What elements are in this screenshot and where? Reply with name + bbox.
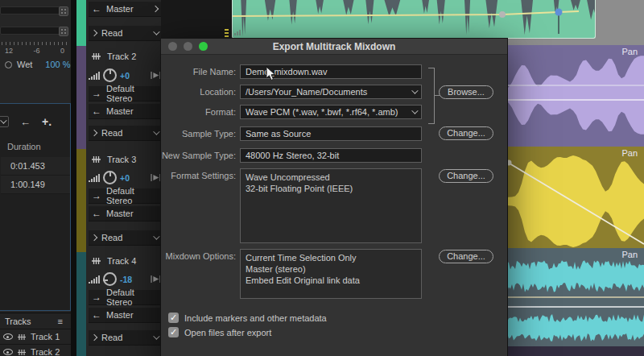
audition-workspace: 12 -6 0 Wet 100 % ← +. Duration 0:01.453…	[0, 0, 644, 356]
chevron-down-icon[interactable]	[153, 233, 159, 239]
automation-mode-selector[interactable]: Read	[89, 230, 161, 246]
pan-meter-icon[interactable]	[151, 71, 161, 80]
dropdown-chevron-icon[interactable]	[0, 116, 9, 127]
track-output-selector[interactable]: ← Master	[89, 308, 161, 323]
add-marker-icon[interactable]: +.	[42, 115, 52, 128]
volume-bars-icon[interactable]	[89, 71, 100, 81]
chevron-down-icon[interactable]	[153, 333, 159, 339]
marker-duration-cell[interactable]: 1:00.149	[1, 176, 70, 194]
checkbox-checked-icon[interactable]: ✓	[168, 327, 179, 337]
chevron-right-icon[interactable]	[91, 130, 97, 136]
track-list-item[interactable]: Track 2	[0, 345, 71, 356]
output-arrow-icon: ←	[92, 3, 101, 14]
pan-label: Pan	[621, 148, 638, 158]
track-controls-column: ← Master Read Track 2 +0 → Default Stere…	[76, 0, 161, 356]
track-name[interactable]: Track 3	[107, 155, 136, 164]
gain-knob[interactable]	[103, 272, 117, 286]
audio-clip-yellow[interactable]: Pan	[506, 147, 644, 248]
track-header[interactable]: Track 2	[91, 52, 136, 61]
wet-percent-value[interactable]: 100 %	[45, 60, 70, 69]
open-files-checkbox-row[interactable]: ✓ Open files after export	[168, 327, 271, 337]
zoom-window-button[interactable]	[199, 42, 208, 51]
gain-knob[interactable]	[103, 171, 117, 184]
slider-handle[interactable]	[59, 27, 68, 36]
mix-slider-wet[interactable]	[0, 27, 63, 35]
visibility-eye-icon[interactable]	[3, 333, 13, 340]
track-name[interactable]: Track 4	[107, 256, 136, 266]
slider-handle[interactable]	[59, 6, 68, 16]
wet-dial-icon[interactable]	[5, 61, 12, 68]
browse-button[interactable]: Browse...	[439, 85, 493, 99]
chevron-right-icon[interactable]	[91, 234, 97, 241]
output-arrow-icon: ←	[92, 208, 101, 219]
checkbox-checked-icon[interactable]: ✓	[168, 313, 179, 323]
gain-value[interactable]: +0	[120, 173, 130, 183]
checkbox-label: Include markers and other metadata	[184, 313, 327, 323]
chevron-right-icon[interactable]	[91, 30, 97, 36]
track-header[interactable]: Track 4	[91, 256, 136, 266]
automation-mode-selector[interactable]: Read	[89, 126, 161, 141]
mouse-cursor	[266, 66, 277, 82]
master-output-selector[interactable]: ← Master	[89, 2, 161, 17]
automation-mode-label: Read	[101, 333, 122, 342]
new-sample-type-label: New Sample Type:	[161, 148, 236, 163]
gain-knob[interactable]	[103, 68, 117, 82]
waveform-yellow	[506, 147, 644, 248]
duration-column-header[interactable]: Duration	[7, 142, 41, 151]
dialog-titlebar[interactable]: Export Multitrack Mixdown	[161, 39, 507, 55]
format-value: Wave PCM (*.wav, *.bwf, *.rf64, *.amb)	[246, 106, 398, 118]
pan-meter-icon[interactable]	[151, 275, 161, 284]
track-input-selector[interactable]: → Default Stereo	[89, 290, 161, 305]
timeline-right-tracks: Pan Pan Pan	[506, 45, 644, 356]
track-list-label: Track 2	[31, 347, 60, 356]
include-markers-checkbox-row[interactable]: ✓ Include markers and other metadata	[168, 313, 327, 323]
track-gain-row: -18	[89, 272, 161, 286]
close-window-button[interactable]	[168, 42, 177, 51]
track-input-selector[interactable]: → Default Stereo	[89, 86, 161, 101]
automation-mode-label: Read	[101, 233, 122, 242]
scale-tick: 0	[60, 47, 64, 55]
mixdown-options-line: Master (stereo)	[246, 263, 416, 275]
chevron-right-icon[interactable]	[152, 6, 159, 12]
location-value: /Users/Your_Name/Documents	[246, 85, 367, 98]
track-header[interactable]: Track 3	[91, 155, 136, 164]
location-dropdown[interactable]: /Users/Your_Name/Documents	[240, 85, 422, 99]
track-list-item[interactable]: Track 1	[0, 329, 71, 345]
back-arrow-icon[interactable]: ←	[20, 116, 31, 128]
chevron-right-icon[interactable]	[91, 334, 97, 341]
volume-bars-icon[interactable]	[89, 275, 100, 284]
waveform-cyan	[506, 248, 644, 346]
automation-mode-selector[interactable]: Read	[89, 26, 161, 41]
track-name[interactable]: Track 2	[107, 52, 136, 61]
track-input-selector[interactable]: → Default Stereo	[89, 188, 161, 204]
chevron-down-icon	[411, 107, 418, 114]
track-output-selector[interactable]: ← Master	[89, 104, 161, 119]
gain-value[interactable]: +0	[120, 71, 130, 81]
format-dropdown[interactable]: Wave PCM (*.wav, *.bwf, *.rf64, *.amb)	[240, 105, 422, 119]
wet-label: Wet	[17, 60, 32, 69]
checkbox-label: Open files after export	[184, 328, 271, 337]
automation-mode-selector[interactable]: Read	[89, 330, 161, 346]
minimize-window-button[interactable]	[184, 42, 192, 51]
scale-tick: -6	[33, 47, 39, 55]
mixdown-options-line: Embed Edit Original link data	[246, 275, 416, 286]
mixdown-options-change-button[interactable]: Change...	[439, 250, 493, 263]
chevron-down-icon[interactable]	[153, 128, 159, 135]
audio-clip-cyan[interactable]: Pan	[506, 248, 644, 346]
pan-meter-icon[interactable]	[151, 173, 161, 182]
format-settings-change-button[interactable]: Change...	[439, 169, 493, 183]
track-output-selector[interactable]: ← Master	[89, 206, 161, 221]
volume-bars-icon[interactable]	[89, 173, 100, 183]
audio-clip-teal[interactable]	[232, 0, 596, 39]
input-arrow-icon: →	[92, 292, 101, 303]
visibility-eye-icon[interactable]	[3, 349, 13, 355]
panel-menu-icon[interactable]: ≡	[58, 317, 63, 326]
chevron-down-icon[interactable]	[153, 28, 159, 35]
marker-duration-cell[interactable]: 0:01.453	[1, 157, 70, 176]
audio-clip-purple[interactable]: Pan	[506, 45, 644, 147]
sample-type-change-button[interactable]: Change...	[439, 126, 493, 140]
mix-slider-dry[interactable]	[0, 6, 63, 14]
format-label: Format:	[161, 105, 236, 119]
chevron-down-icon	[411, 87, 418, 93]
gain-value[interactable]: -18	[120, 275, 132, 284]
